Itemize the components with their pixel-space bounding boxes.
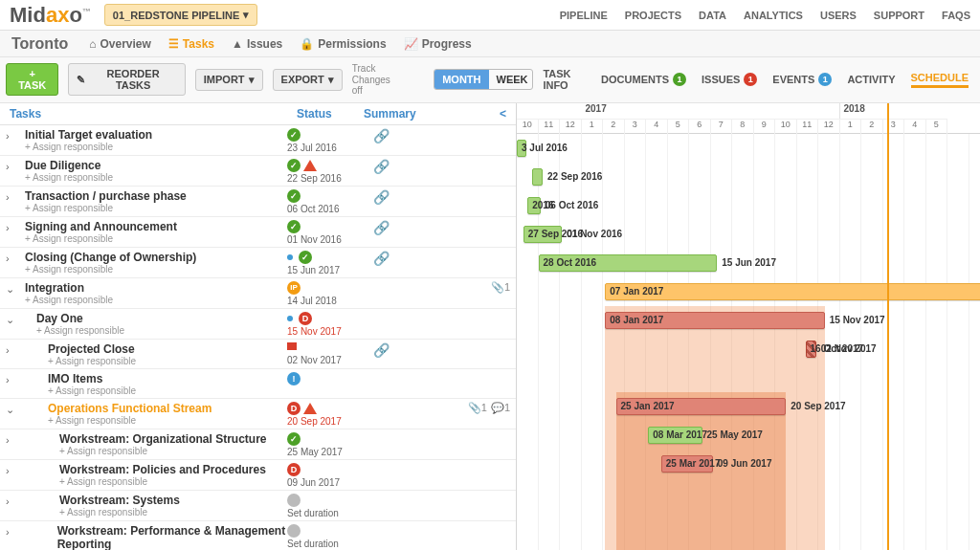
task-row[interactable]: ›Workstream: Policies and Procedures+ As…	[0, 460, 516, 491]
task-row[interactable]: ›Signing and Announcement+ Assign respon…	[0, 217, 516, 248]
subnav-permissions[interactable]: 🔒Permissions	[300, 37, 386, 51]
gantt-bar[interactable]: 25 Jan 201720 Sep 2017	[616, 398, 787, 415]
col-summary-header[interactable]: Summary	[364, 107, 500, 121]
attachment-icon[interactable]: 📎1	[491, 281, 510, 294]
subnav-overview[interactable]: ⌂Overview	[89, 37, 151, 51]
expander-icon[interactable]: ›	[6, 434, 17, 446]
inprogress-icon: IP	[287, 281, 301, 295]
assign-responsible[interactable]: + Assign responsible	[48, 385, 136, 396]
expander-icon[interactable]: ›	[6, 222, 17, 233]
link-icon: 🔗	[373, 220, 389, 235]
topnav-projects[interactable]: PROJECTS	[625, 10, 681, 21]
expander-icon[interactable]: ›	[6, 374, 17, 385]
gantt-bar[interactable]: 28 Oct 201615 Jun 2017	[539, 254, 718, 272]
task-row[interactable]: ›Initial Target evaluation+ Assign respo…	[0, 125, 516, 156]
collapse-left-icon[interactable]: <	[500, 107, 506, 121]
col-status-header[interactable]: Status	[297, 107, 364, 121]
track-changes-value: off	[352, 85, 414, 97]
task-row[interactable]: ⌄Integration+ Assign responsibleIP14 Jul…	[0, 278, 516, 309]
pipeline-selector[interactable]: 01_REDSTONE PIPELINE ▾	[104, 4, 257, 26]
link-icon: 🔗	[373, 128, 389, 143]
subnav-tasks[interactable]: ☰Tasks	[168, 37, 214, 51]
topnav-users[interactable]: USERS	[820, 10, 857, 21]
track-changes[interactable]: Track Changesoff	[352, 63, 414, 97]
assign-responsible[interactable]: + Assign responsible	[25, 172, 113, 183]
comment-icon[interactable]: 💬1	[491, 402, 510, 414]
task-row[interactable]: ›Projected Close+ Assign responsible02 N…	[0, 340, 516, 369]
topnav-analytics[interactable]: ANALYTICS	[744, 10, 803, 21]
col-tasks-header[interactable]: Tasks	[10, 107, 297, 121]
assign-responsible[interactable]: + Assign responsible	[48, 415, 212, 426]
brand-text-b: ax	[46, 3, 69, 27]
topnav-support[interactable]: SUPPORT	[874, 10, 924, 21]
task-row[interactable]: ›Workstream: Organizational Structure+ A…	[0, 429, 516, 460]
gantt-bar[interactable]: 22 Sep 2016	[532, 168, 543, 186]
delayed-icon: D	[299, 312, 312, 325]
expander-icon[interactable]: ›	[6, 344, 17, 356]
task-row[interactable]: ›Workstream: Performance & Management Re…	[0, 521, 516, 551]
tab-events[interactable]: EVENTS1	[772, 73, 832, 86]
import-label: IMPORT	[204, 74, 245, 85]
subnav-progress[interactable]: 📈Progress	[404, 37, 472, 51]
expander-icon[interactable]: ⌄	[6, 404, 17, 416]
expander-icon[interactable]: ›	[6, 253, 17, 264]
topnav-data[interactable]: DATA	[699, 10, 726, 21]
gantt-bar[interactable]: 201606 Oct 2016	[527, 197, 541, 214]
tab-documents[interactable]: DOCUMENTS1	[601, 73, 686, 86]
task-row[interactable]: ›Closing (Change of Ownership)+ Assign r…	[0, 248, 516, 278]
assign-responsible[interactable]: + Assign responsible	[25, 142, 152, 152]
expander-icon[interactable]: ⌄	[6, 283, 17, 296]
expander-icon[interactable]: ›	[6, 161, 17, 172]
task-status: !	[287, 372, 373, 386]
expander-icon[interactable]: ›	[6, 191, 17, 203]
task-row[interactable]: ⌄Day One+ Assign responsibleD15 Nov 2017	[0, 309, 516, 340]
gantt-bar[interactable]: 08 Jan 201715 Nov 2017	[605, 312, 825, 329]
gantt-bar[interactable]: 27 Sep 201601 Nov 2016	[523, 226, 563, 243]
gantt-header: 20172018 10111212345678910111212345	[517, 103, 980, 134]
assign-responsible[interactable]: + Assign responsible	[59, 507, 180, 517]
add-task-button[interactable]: + TASK	[6, 63, 58, 96]
gantt-bar[interactable]: 3 Jul 2016	[517, 140, 526, 157]
month-label: 2	[861, 119, 883, 134]
check-icon: ✓	[287, 220, 301, 233]
assign-responsible[interactable]: + Assign responsible	[25, 233, 177, 244]
assign-responsible[interactable]: + Assign responsible	[48, 356, 136, 366]
tab-activity[interactable]: ACTIVITY	[847, 74, 895, 85]
task-status: ✓01 Nov 2016	[287, 220, 373, 245]
view-week[interactable]: WEEK	[489, 70, 534, 89]
task-row[interactable]: ›Workstream: Systems+ Assign responsible…	[0, 491, 516, 521]
view-month[interactable]: MONTH	[434, 70, 488, 89]
gantt-bar[interactable]: 25 Mar 201709 Jun 2017	[661, 455, 713, 473]
tab-task-info[interactable]: TASK INFO	[543, 68, 586, 91]
tab-schedule[interactable]: SCHEDULE	[911, 72, 969, 88]
export-button[interactable]: EXPORT▾	[273, 69, 343, 91]
assign-responsible[interactable]: + Assign responsible	[25, 295, 113, 305]
subnav-issues[interactable]: ▲Issues	[232, 37, 282, 51]
task-row[interactable]: ›IMO Items+ Assign responsible!	[0, 369, 516, 399]
attachment-icon[interactable]: 📎1	[468, 402, 487, 414]
gantt-bar[interactable]: 16 Oct 201702 Nov 2017	[806, 341, 816, 358]
import-button[interactable]: IMPORT▾	[195, 69, 263, 91]
expander-icon[interactable]: ›	[6, 526, 15, 538]
gantt-bar[interactable]: 08 Mar 201725 May 2017	[648, 427, 702, 444]
assign-responsible[interactable]: + Assign responsible	[59, 476, 266, 487]
topnav-faqs[interactable]: FAQS	[942, 10, 970, 21]
assign-responsible[interactable]: + Assign responsible	[36, 325, 124, 336]
task-row[interactable]: ⌄Operations Functional Stream+ Assign re…	[0, 399, 516, 429]
expander-icon[interactable]: ›	[6, 495, 17, 507]
month-label: 3	[883, 119, 905, 134]
assign-responsible[interactable]: + Assign responsible	[59, 446, 267, 456]
expander-icon[interactable]: ›	[6, 465, 17, 476]
assign-responsible[interactable]: + Assign responsible	[25, 264, 196, 275]
gantt-bar[interactable]: 07 Jan 201714	[605, 283, 980, 300]
assign-responsible[interactable]: + Assign responsible	[25, 203, 187, 213]
task-row[interactable]: ›Transaction / purchase phase+ Assign re…	[0, 187, 516, 217]
tab-issues[interactable]: ISSUES1	[702, 73, 757, 86]
reorder-tasks-button[interactable]: ✎REORDER TASKS	[68, 63, 185, 96]
expander-icon[interactable]: ⌄	[6, 314, 17, 326]
expander-icon[interactable]: ›	[6, 130, 17, 142]
task-row[interactable]: ›Due Diligence+ Assign responsible✓22 Se…	[0, 156, 516, 187]
topnav-pipeline[interactable]: PIPELINE	[560, 10, 608, 21]
lock-icon: 🔒	[300, 37, 314, 51]
gantt-body[interactable]: 3 Jul 201622 Sep 2016201606 Oct 201627 S…	[517, 134, 980, 551]
